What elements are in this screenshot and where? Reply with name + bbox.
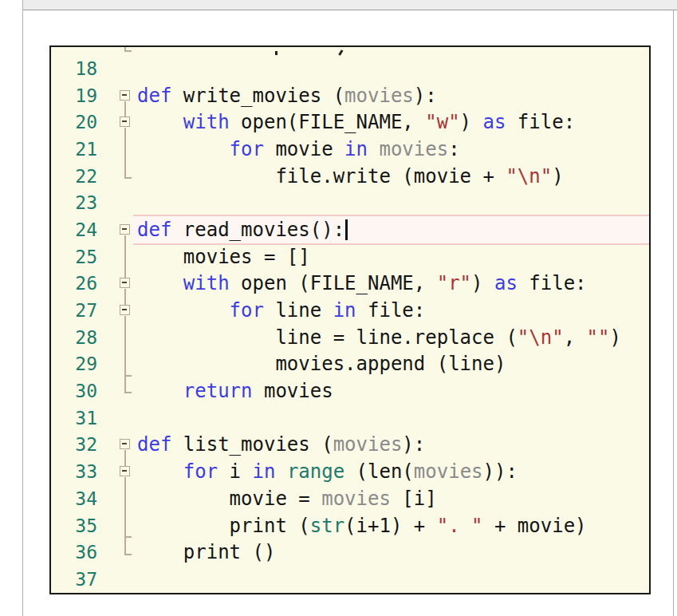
code-token: movies (344, 85, 414, 107)
code-token: return (183, 380, 253, 402)
fold-guide-line (124, 539, 126, 555)
code-line[interactable]: 29 movies.append (line) (51, 351, 649, 378)
code-line[interactable]: 18 (51, 55, 649, 82)
code-token: movie (264, 138, 344, 160)
code-token: ". " (437, 515, 483, 537)
code-line-text[interactable] (133, 189, 649, 216)
code-token: with (183, 272, 230, 294)
fold-guide-line (124, 316, 126, 324)
code-token: i (218, 460, 252, 483)
fold-guide-end-tick (124, 50, 132, 52)
code-token (275, 460, 286, 483)
line-number: 32 (51, 434, 118, 455)
code-line-text[interactable]: for line in file: (133, 297, 649, 324)
code-token: print () (137, 541, 275, 563)
code-token: line (264, 299, 333, 322)
code-line[interactable]: 21 for movie in movies: (51, 136, 649, 163)
code-token (137, 272, 183, 294)
code-line[interactable]: 19def write_movies (movies): (51, 82, 649, 109)
code-line[interactable]: 25 movies = [] (51, 243, 649, 270)
fold-guide-line (124, 243, 126, 270)
code-line[interactable]: 28 line = line.replace ("\n", "") (51, 324, 649, 351)
line-number: 31 (51, 408, 118, 428)
fold-guide-end-tick (124, 536, 132, 538)
minus-icon (122, 94, 127, 96)
fold-margin (118, 163, 133, 190)
code-line[interactable]: 24def read_movies(): (51, 216, 649, 243)
line-number: 22 (51, 166, 118, 187)
fold-guide-line (124, 109, 126, 116)
code-line-text[interactable]: movies.append (line) (133, 351, 649, 378)
fold-collapse-button[interactable] (120, 466, 130, 476)
code-editor[interactable]: 1819def write_movies (movies):20 with op… (49, 45, 651, 594)
code-line[interactable]: 20 with open(FILE_NAME, "w") as file: (51, 109, 649, 136)
fold-guide-line (124, 450, 126, 458)
code-line[interactable]: 32def list_movies (movies): (51, 432, 649, 459)
fold-collapse-button[interactable] (120, 439, 130, 449)
code-line[interactable]: 23 (51, 189, 649, 216)
code-token: def (137, 433, 171, 456)
code-token: file.write (movie + (137, 165, 506, 188)
page-left-border (22, 0, 23, 616)
code-line[interactable]: 35 print (str(i+1) + ". " + movie) (51, 512, 649, 539)
code-line-text[interactable]: print () (133, 539, 649, 566)
code-line-text[interactable]: with open(FILE_NAME, "w") as file: (133, 109, 649, 136)
code-line[interactable]: 30 return movies (51, 377, 649, 405)
code-token: movies = [] (137, 246, 310, 268)
code-line-text[interactable] (133, 55, 649, 82)
code-line[interactable]: 26 with open (FILE_NAME, "r") as file: (51, 270, 649, 298)
code-line[interactable] (51, 47, 649, 55)
code-line[interactable]: 34 movie = movies [i] (51, 485, 649, 512)
code-line-text[interactable]: for movie in movies: (133, 136, 649, 163)
code-line-text[interactable] (133, 405, 649, 432)
fold-collapse-button[interactable] (120, 116, 130, 127)
fold-guide-line (124, 163, 126, 179)
code-line-text[interactable]: print (str(i+1) + ". " + movie) (133, 512, 649, 539)
fold-collapse-button[interactable] (120, 90, 130, 101)
line-number: 26 (51, 273, 118, 294)
code-line-text[interactable] (133, 47, 649, 55)
code-line[interactable]: 22 file.write (movie + "\n") (51, 163, 649, 190)
line-number: 37 (51, 569, 118, 590)
code-token: def (137, 85, 171, 107)
code-line-text[interactable]: movies = [] (133, 243, 649, 270)
code-line-text[interactable] (133, 566, 649, 593)
code-line-text[interactable]: line = line.replace ("\n", "") (133, 324, 649, 351)
code-line[interactable]: 36 print () (51, 539, 649, 566)
fold-collapse-button[interactable] (120, 278, 130, 288)
code-line-text[interactable]: for i in range (len(movies)): (133, 458, 649, 485)
code-token: for (183, 460, 218, 483)
code-line-text[interactable]: def read_movies(): (133, 215, 649, 245)
code-line-text[interactable]: def list_movies (movies): (133, 432, 649, 459)
code-token (368, 138, 379, 160)
code-token: write_movies ( (171, 85, 344, 107)
code-token: [i] (391, 488, 437, 510)
code-line[interactable]: 33 for i in range (len(movies)): (51, 458, 649, 485)
code-token (137, 111, 183, 133)
line-number: 20 (51, 112, 118, 132)
code-token: def (137, 219, 171, 241)
code-token: as (483, 111, 506, 133)
code-line[interactable]: 31 (51, 405, 649, 432)
fold-collapse-button[interactable] (120, 224, 130, 235)
fold-margin (118, 55, 133, 82)
code-line-text[interactable]: movie = movies [i] (133, 485, 649, 512)
fold-collapse-button[interactable] (120, 305, 130, 315)
fold-guide-end-tick (124, 392, 132, 393)
fold-guide-line (124, 377, 126, 393)
code-line-text[interactable]: file.write (movie + "\n") (133, 163, 649, 190)
code-token: movies.append (line) (137, 353, 506, 375)
line-number: 28 (51, 327, 118, 348)
code-token: ) (460, 111, 483, 133)
code-line-text[interactable]: return movies (133, 377, 649, 405)
code-token: , (564, 326, 587, 349)
line-number: 33 (51, 461, 118, 482)
code-line-text[interactable]: with open (FILE_NAME, "r") as file: (133, 270, 649, 298)
code-line[interactable]: 27 for line in file: (51, 297, 649, 324)
code-token: for (230, 299, 264, 322)
fold-margin (118, 136, 133, 163)
fold-guide-line (124, 136, 126, 163)
code-line[interactable]: 37 (51, 566, 649, 593)
code-line-text[interactable]: def write_movies (movies): (133, 82, 649, 109)
fold-guide-line (124, 351, 126, 378)
